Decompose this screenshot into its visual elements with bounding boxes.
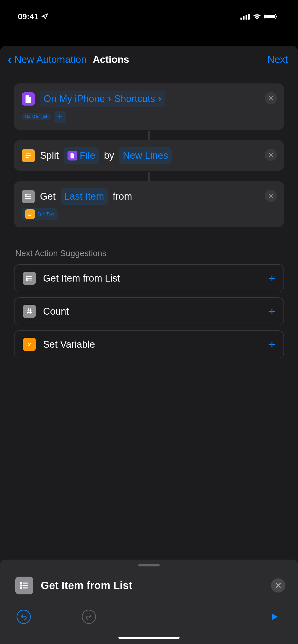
delete-action-button[interactable]: ✕ [265, 92, 277, 104]
path-segment-1: On My iPhone [44, 92, 105, 106]
status-left: 09:41 [18, 12, 48, 21]
document-icon [67, 151, 77, 160]
suggestion-label: Set Variable [43, 339, 261, 350]
svg-rect-2 [246, 15, 247, 20]
close-button[interactable]: ✕ [271, 578, 285, 593]
bottom-row: Get Item from List ✕ [0, 566, 298, 605]
add-suggestion-button[interactable]: + [268, 338, 275, 351]
file-token-label: File [80, 148, 95, 163]
suggestions-header: Next Action Suggestions [0, 228, 298, 264]
suggestion-list: Get Item from List + Count + x Set Varia… [0, 264, 298, 358]
bottom-panel[interactable]: Get Item from List ✕ [0, 560, 298, 644]
undo-button[interactable] [17, 610, 31, 624]
battery-icon [264, 13, 278, 20]
connector [148, 131, 150, 140]
actions-container: On My iPhone › Shortcuts › DarkOrLight +… [0, 76, 298, 227]
action-file[interactable]: On My iPhone › Shortcuts › DarkOrLight +… [14, 83, 284, 130]
back-button[interactable]: ‹ New Automation [8, 53, 87, 66]
get-from: from [113, 189, 132, 204]
list-icon [22, 190, 35, 203]
text-icon [25, 209, 35, 219]
wifi-icon [253, 13, 261, 20]
split-text-token[interactable]: Split Text [22, 208, 58, 220]
suggestion-count[interactable]: Count + [14, 297, 284, 325]
add-suggestion-button[interactable]: + [268, 304, 275, 318]
play-button[interactable] [267, 610, 281, 624]
split-text-label: Split Text [37, 212, 54, 216]
connector [148, 172, 150, 181]
suggestion-set-variable[interactable]: x Set Variable + [14, 330, 284, 358]
svg-text:x: x [28, 341, 31, 347]
svg-rect-1 [243, 16, 245, 20]
status-time: 09:41 [18, 12, 39, 21]
signal-icon [240, 13, 250, 20]
redo-button[interactable] [82, 610, 96, 624]
svg-point-14 [25, 198, 26, 199]
svg-point-23 [26, 280, 28, 281]
action-split[interactable]: Split File by New Lines ✕ [14, 140, 284, 171]
svg-point-12 [25, 196, 26, 197]
chevron-right-icon: › [108, 92, 111, 106]
nav-bar: ‹ New Automation Actions Next [0, 46, 298, 76]
svg-point-21 [26, 278, 28, 279]
toolbar [0, 605, 298, 634]
list-icon [23, 272, 36, 285]
svg-line-28 [30, 309, 31, 314]
svg-point-19 [26, 276, 28, 277]
suggestion-get-item[interactable]: Get Item from List + [14, 264, 284, 292]
last-item-token[interactable]: Last Item [61, 188, 107, 205]
delete-action-button[interactable]: ✕ [265, 190, 277, 202]
location-icon [41, 13, 48, 20]
file-path[interactable]: On My iPhone › Shortcuts › [40, 91, 165, 107]
page-title: Actions [93, 54, 129, 65]
suggestion-label: Count [43, 306, 261, 317]
chevron-left-icon: ‹ [8, 53, 12, 66]
svg-rect-5 [265, 15, 275, 18]
svg-rect-6 [276, 16, 277, 18]
split-verb: Split [40, 148, 59, 163]
grabber-handle[interactable] [138, 564, 160, 566]
delete-action-button[interactable]: ✕ [265, 149, 277, 161]
get-verb: Get [40, 189, 56, 204]
variable-icon: x [23, 338, 36, 351]
filename-token[interactable]: DarkOrLight [22, 113, 51, 120]
home-indicator[interactable] [118, 637, 180, 639]
add-suggestion-button[interactable]: + [268, 271, 275, 285]
svg-line-27 [28, 309, 28, 314]
list-icon [15, 577, 33, 594]
svg-rect-3 [248, 14, 250, 20]
path-segment-2: Shortcuts [114, 92, 155, 106]
main-sheet: ‹ New Automation Actions Next On My iPho… [0, 46, 298, 644]
status-bar: 09:41 [0, 0, 298, 33]
bottom-title: Get Item from List [41, 579, 263, 592]
svg-point-30 [20, 582, 22, 584]
split-by: by [104, 148, 114, 163]
add-path-button[interactable]: + [54, 111, 66, 123]
status-right [240, 13, 278, 20]
document-icon [22, 92, 35, 106]
svg-point-34 [20, 587, 22, 589]
next-button[interactable]: Next [267, 54, 288, 65]
back-label: New Automation [14, 54, 87, 65]
file-token[interactable]: File [64, 147, 99, 164]
svg-rect-0 [240, 18, 242, 20]
svg-point-32 [20, 585, 22, 586]
suggestion-label: Get Item from List [43, 273, 261, 284]
text-icon [22, 149, 35, 162]
action-get-item[interactable]: Get Last Item from Split Text ✕ [14, 181, 284, 227]
newlines-token[interactable]: New Lines [119, 147, 171, 164]
svg-point-10 [25, 194, 26, 195]
hash-icon [23, 305, 36, 318]
chevron-right-icon: › [158, 92, 161, 106]
